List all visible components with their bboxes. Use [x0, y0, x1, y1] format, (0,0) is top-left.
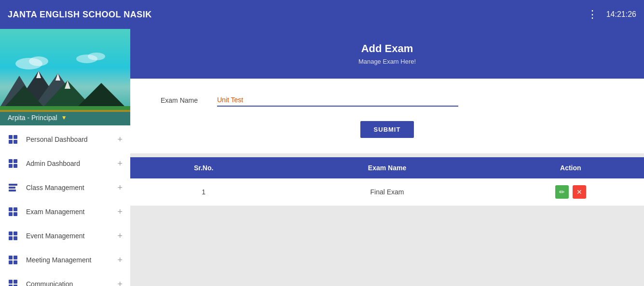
exam-management-icon	[8, 206, 18, 217]
sidebar-item-event-management[interactable]: Event Management +	[0, 224, 130, 248]
admin-dashboard-icon	[8, 158, 18, 169]
event-management-label: Event Management	[26, 232, 110, 240]
main-content: Add Exam Manage Exam Here! Exam Name SUB…	[130, 29, 644, 286]
exam-name-label: Exam Name	[150, 96, 198, 104]
exam-management-expand[interactable]: +	[117, 207, 123, 217]
meeting-management-expand[interactable]: +	[117, 255, 123, 265]
profile-arrow-icon: ▼	[61, 114, 67, 121]
svg-point-1	[29, 56, 48, 66]
delete-button[interactable]: ✕	[573, 185, 586, 199]
page-header: Add Exam Manage Exam Here!	[130, 29, 644, 79]
personal-dashboard-icon	[8, 134, 18, 145]
sidebar-item-admin-dashboard[interactable]: Admin Dashboard +	[0, 151, 130, 176]
admin-dashboard-label: Admin Dashboard	[26, 160, 110, 167]
submit-row: SUBMIT	[150, 121, 625, 138]
app-title: JANTA ENGLISH SCHOOL NASIK	[8, 10, 152, 20]
exam-name-input-wrap	[217, 94, 458, 107]
event-management-expand[interactable]: +	[117, 231, 123, 241]
sidebar-item-class-management[interactable]: Class Management +	[0, 176, 130, 200]
page-title: Add Exam	[138, 42, 636, 55]
sidebar-item-exam-management[interactable]: Exam Management +	[0, 200, 130, 224]
topbar-right: ⋮ 14:21:26	[587, 8, 636, 21]
sidebar-profile: Arpita - Principal ▼	[0, 29, 130, 125]
admin-dashboard-expand[interactable]: +	[117, 159, 123, 169]
class-management-icon	[8, 182, 18, 193]
sidebar-item-communication[interactable]: Communication +	[0, 272, 130, 286]
personal-dashboard-label: Personal Dashboard	[26, 136, 110, 143]
layout: Arpita - Principal ▼ Personal Dashboard …	[0, 29, 644, 286]
sidebar: Arpita - Principal ▼ Personal Dashboard …	[0, 29, 130, 286]
class-management-expand[interactable]: +	[117, 183, 123, 193]
communication-icon	[8, 279, 18, 286]
communication-label: Communication	[26, 280, 110, 286]
meeting-management-label: Meeting Management	[26, 256, 110, 264]
svg-point-3	[88, 53, 105, 60]
col-action: Action	[497, 157, 644, 178]
edit-button[interactable]: ✏	[555, 185, 569, 199]
communication-expand[interactable]: +	[117, 279, 123, 286]
topbar: JANTA ENGLISH SCHOOL NASIK ⋮ 14:21:26	[0, 0, 644, 29]
page-subtitle: Manage Exam Here!	[138, 58, 636, 65]
cell-actions: ✏ ✕	[497, 178, 644, 205]
mountain-scene-icon	[0, 49, 130, 112]
table-header: Sr.No. Exam Name Action	[130, 157, 644, 178]
col-examname: Exam Name	[277, 157, 497, 178]
exam-management-label: Exam Management	[26, 208, 110, 216]
exam-table: Sr.No. Exam Name Action 1 Final Exam ✏ ✕	[130, 157, 644, 206]
event-management-icon	[8, 231, 18, 241]
nav-items: Personal Dashboard + Admin Dashboard +	[0, 125, 130, 286]
sidebar-item-meeting-management[interactable]: Meeting Management +	[0, 248, 130, 272]
profile-bar: Arpita - Principal ▼	[0, 110, 130, 125]
add-exam-form: Exam Name SUBMIT	[130, 79, 644, 153]
exam-name-row: Exam Name	[150, 94, 625, 107]
sidebar-item-personal-dashboard[interactable]: Personal Dashboard +	[0, 127, 130, 151]
menu-dots-icon[interactable]: ⋮	[587, 8, 599, 21]
clock-display: 14:21:26	[606, 10, 636, 19]
submit-button[interactable]: SUBMIT	[360, 121, 414, 138]
personal-dashboard-expand[interactable]: +	[117, 135, 123, 145]
meeting-management-icon	[8, 255, 18, 265]
class-management-label: Class Management	[26, 184, 110, 191]
col-srno: Sr.No.	[130, 157, 277, 178]
exam-name-input[interactable]	[217, 94, 458, 107]
table-row: 1 Final Exam ✏ ✕	[130, 178, 644, 206]
profile-name: Arpita - Principal	[8, 114, 57, 122]
action-buttons: ✏ ✕	[555, 185, 586, 199]
cell-exam-name: Final Exam	[277, 178, 497, 205]
cell-sr: 1	[130, 178, 277, 205]
